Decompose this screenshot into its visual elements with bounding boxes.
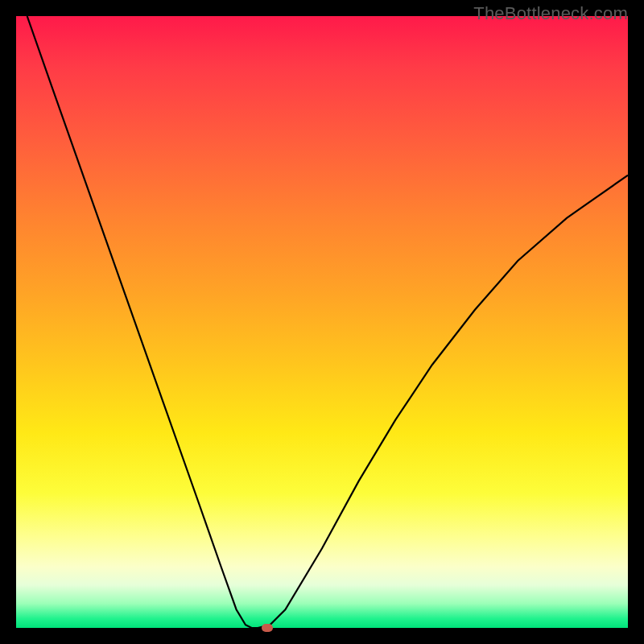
watermark-text: TheBottleneck.com <box>473 3 628 24</box>
minimum-marker <box>262 624 273 632</box>
bottleneck-curve <box>16 16 628 628</box>
curve-path <box>27 16 628 628</box>
chart-plot-area <box>16 16 628 628</box>
